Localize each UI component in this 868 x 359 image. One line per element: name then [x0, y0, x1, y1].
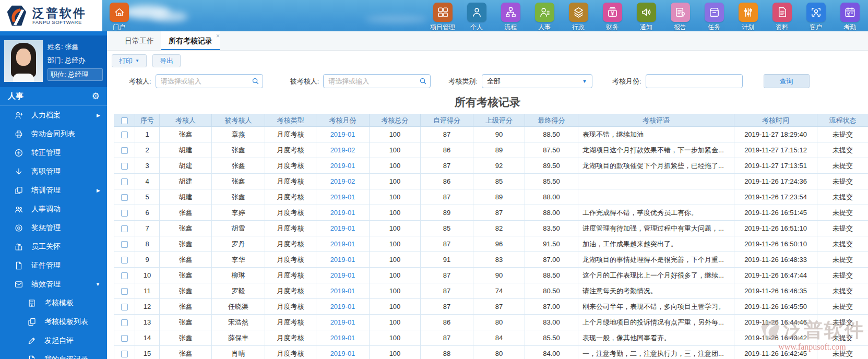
cell-total: 100: [370, 346, 421, 359]
month-link[interactable]: 2019-01: [330, 334, 355, 342]
close-icon[interactable]: ×: [216, 33, 220, 39]
gear-icon[interactable]: ⚙: [92, 91, 100, 102]
row-checkbox[interactable]: [121, 304, 128, 310]
topnav-item-box[interactable]: 任务: [701, 3, 727, 32]
cell-superior: 83: [473, 252, 525, 268]
cell-self: 87: [421, 299, 473, 315]
assessor-input[interactable]: [156, 74, 263, 88]
topnav-item-speaker[interactable]: 通知: [633, 3, 659, 32]
sidebar-item-pencil-12[interactable]: 发起自评: [0, 331, 107, 350]
select-all-checkbox[interactable]: [121, 117, 128, 124]
category-select[interactable]: 全部 ▼: [482, 74, 592, 88]
column-header: 最终得分: [525, 114, 578, 127]
topnav-item-label: 个人: [463, 23, 490, 32]
cell-time: 2019-11-26 16:48:33: [734, 252, 817, 268]
topnav-item-portal[interactable]: 门户: [104, 3, 134, 32]
sidebar-item-file-13[interactable]: 我的自评记录: [0, 350, 107, 359]
column-header: 考核人: [160, 114, 212, 127]
row-checkbox[interactable]: [121, 288, 128, 295]
tab-all-assessment-records[interactable]: 所有考核记录 ×: [161, 31, 220, 50]
month-link[interactable]: 2019-01: [330, 209, 355, 217]
topnav-item-sliders[interactable]: 计划: [735, 3, 761, 32]
row-checkbox[interactable]: [121, 163, 128, 170]
topnav-item-layers[interactable]: 行政: [565, 3, 591, 32]
row-checkbox[interactable]: [121, 319, 128, 326]
cloud-decoration: [151, 11, 188, 22]
month-link[interactable]: 2019-01: [330, 162, 355, 170]
topnav-item-label: 报告: [667, 23, 693, 32]
topnav-item-doc[interactable]: 资料: [769, 3, 795, 32]
brand-name-en: FANPU SOFTWARE: [32, 19, 87, 25]
month-link[interactable]: 2019-01: [330, 271, 355, 279]
cell-assessee: 罗丹: [212, 236, 265, 252]
export-button[interactable]: 导出: [152, 54, 181, 67]
topnav-item-banknote[interactable]: 财务: [599, 3, 625, 32]
cell-assessee: 任晓渠: [212, 299, 265, 315]
cell-assessor: 张鑫: [160, 299, 212, 315]
topnav-item-doc-mic[interactable]: 报告: [667, 3, 693, 32]
month-link[interactable]: 2019-01: [330, 318, 355, 326]
month-link[interactable]: 2019-02: [330, 146, 355, 154]
sidebar-item-plus-circle-2[interactable]: 转正管理: [0, 143, 107, 162]
row-checkbox[interactable]: [121, 272, 128, 279]
topnav-item-person[interactable]: 个人: [463, 3, 490, 32]
column-header: 上级评分: [473, 114, 525, 127]
row-checkbox[interactable]: [121, 178, 128, 185]
topnav-item-label: 门户: [104, 23, 134, 32]
profile-name: 姓名: 张鑫: [47, 41, 103, 53]
month-link[interactable]: 2019-02: [330, 177, 355, 185]
sidebar-item-mail-9[interactable]: 绩效管理▼: [0, 275, 107, 294]
row-checkbox[interactable]: [121, 335, 128, 342]
toolbar: 打印 ▼ 导出: [107, 51, 868, 67]
row-checkbox-cell: [114, 221, 135, 236]
month-link[interactable]: 2019-01: [330, 224, 355, 232]
topnav-item-sitemap[interactable]: 流程: [497, 3, 524, 32]
sidebar-item-target-6[interactable]: 奖惩管理: [0, 219, 107, 237]
month-link[interactable]: 2019-01: [330, 303, 355, 310]
tab-daily-work[interactable]: 日常工作: [117, 31, 161, 50]
cell-assessee: 罗毅: [212, 283, 265, 299]
sidebar-item-building-10[interactable]: 考核模板: [0, 294, 107, 313]
topnav-item-person-frame[interactable]: 客户: [803, 3, 829, 32]
cell-superior: 87: [473, 205, 525, 221]
sidebar-item-person-plus-0[interactable]: 人力档案▶: [0, 106, 107, 125]
topnav-item-person-list[interactable]: 人事: [531, 3, 557, 32]
sidebar-item-printer-1[interactable]: 劳动合同列表: [0, 125, 107, 143]
month-link[interactable]: 2019-01: [330, 350, 355, 357]
month-link[interactable]: 2019-01: [330, 193, 355, 201]
month-link[interactable]: 2019-01: [330, 240, 355, 248]
month-input[interactable]: [646, 74, 743, 88]
row-checkbox[interactable]: [121, 351, 128, 357]
search-icon[interactable]: [252, 77, 259, 85]
month-label: 考核月份:: [612, 77, 641, 86]
row-checkbox[interactable]: [121, 131, 128, 138]
row-checkbox[interactable]: [121, 257, 128, 264]
sidebar-item-people-5[interactable]: 人事调动: [0, 200, 107, 219]
print-button[interactable]: 打印 ▼: [112, 54, 147, 67]
table-row: 12张鑫任晓渠月度考核2019-01100878787.00刚来公司半年，表现不…: [114, 299, 868, 315]
month-link[interactable]: 2019-01: [330, 130, 355, 138]
search-icon[interactable]: [419, 77, 427, 85]
cell-time: 2019-11-26 16:44:46: [734, 315, 817, 330]
topnav-item-calendar[interactable]: 考勤: [837, 3, 863, 32]
sidebar-item-gift-7[interactable]: 员工关怀: [0, 237, 107, 256]
assessee-input[interactable]: [323, 74, 431, 88]
file-icon: [27, 355, 37, 359]
row-checkbox[interactable]: [121, 147, 128, 154]
query-button[interactable]: 查询: [764, 74, 810, 88]
row-checkbox[interactable]: [121, 194, 128, 201]
sidebar-item-arrow-down-3[interactable]: 离职管理: [0, 162, 107, 181]
row-checkbox[interactable]: [121, 210, 128, 217]
row-checkbox[interactable]: [121, 241, 128, 248]
sidebar-item-file-8[interactable]: 证件管理: [0, 256, 107, 275]
month-link[interactable]: 2019-01: [330, 256, 355, 264]
sidebar-item-copy-4[interactable]: 培训管理▶: [0, 181, 107, 200]
cell-status: 未提交: [817, 158, 868, 174]
topnav-item-grid[interactable]: 项目管理: [430, 3, 456, 32]
month-link[interactable]: 2019-01: [330, 287, 355, 295]
row-checkbox[interactable]: [121, 225, 128, 232]
sidebar-item-copy-11[interactable]: 考核模板列表: [0, 313, 107, 331]
topnav-item-label: 客户: [803, 23, 829, 32]
cell-total: 100: [370, 330, 421, 346]
sidebar-item-label: 我的自评记录: [44, 355, 88, 359]
